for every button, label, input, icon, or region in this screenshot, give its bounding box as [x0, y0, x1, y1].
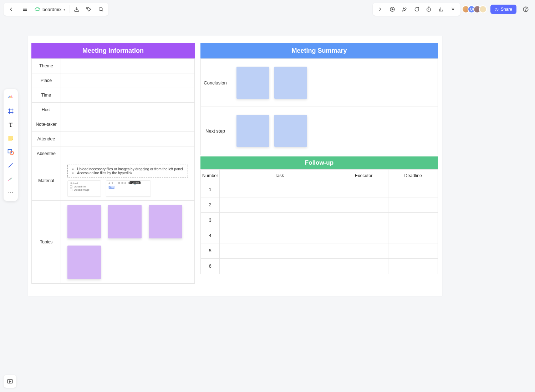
- meeting-summary-table[interactable]: Conclusion Next step: [200, 58, 438, 155]
- row-nextstep-body[interactable]: [230, 107, 438, 155]
- fu-number[interactable]: 1: [201, 182, 220, 197]
- fu-number[interactable]: 2: [201, 197, 220, 213]
- more-tools-button[interactable]: [447, 3, 457, 16]
- svg-point-4: [87, 8, 88, 9]
- fu-executor[interactable]: [339, 228, 388, 243]
- canvas[interactable]: Meeting Information Theme Place Time Hos…: [28, 36, 442, 296]
- material-hint: Access online files by the hyperlink: [77, 171, 184, 175]
- svg-line-6: [102, 10, 103, 11]
- row-conclusion-body[interactable]: [230, 59, 438, 107]
- fu-task[interactable]: [220, 243, 339, 259]
- play-button[interactable]: [386, 3, 398, 16]
- row-absentee-value[interactable]: [61, 146, 195, 161]
- row-attendee-label[interactable]: Attendee: [32, 132, 61, 146]
- sticky-note[interactable]: [236, 67, 269, 99]
- sticky-note[interactable]: [108, 205, 142, 238]
- sticky-note[interactable]: [274, 67, 307, 99]
- col-executor[interactable]: Executor: [339, 170, 388, 182]
- top-left-group: boardmix ▾: [4, 3, 108, 16]
- row-theme-label[interactable]: Theme: [32, 59, 61, 73]
- svg-point-9: [427, 7, 431, 11]
- row-host-label[interactable]: Host: [32, 103, 61, 117]
- followup-panel: Follow-up Number Task Executor Deadline …: [200, 156, 438, 274]
- row-host-value[interactable]: [61, 103, 195, 117]
- followup-header[interactable]: Follow-up: [200, 156, 438, 169]
- sticky-note[interactable]: [274, 115, 307, 147]
- fu-number[interactable]: 5: [201, 243, 220, 259]
- sticky-note[interactable]: [236, 115, 269, 147]
- row-conclusion-label[interactable]: Conclusion: [201, 59, 230, 107]
- shape-tool[interactable]: [5, 145, 16, 158]
- row-notetaker-label[interactable]: Note-taker: [32, 117, 61, 132]
- row-notetaker-value[interactable]: [61, 117, 195, 132]
- fu-task[interactable]: [220, 182, 339, 197]
- col-deadline[interactable]: Deadline: [388, 170, 438, 182]
- fu-task[interactable]: [220, 259, 339, 274]
- fu-task[interactable]: [220, 197, 339, 213]
- chevron-down-icon: ▾: [63, 7, 65, 11]
- meeting-summary-header[interactable]: Meeting Summary: [200, 43, 438, 58]
- fu-executor[interactable]: [339, 243, 388, 259]
- svg-marker-8: [392, 8, 393, 10]
- timer-button[interactable]: [423, 3, 435, 16]
- upload-panel-thumb[interactable]: Upload Upload file Upload Image: [67, 180, 101, 197]
- row-topics-value[interactable]: [61, 201, 195, 284]
- row-place-value[interactable]: [61, 73, 195, 88]
- row-material-value[interactable]: Upload necessary files or images by drag…: [61, 161, 195, 201]
- meeting-info-table[interactable]: Theme Place Time Host Note-taker Attende…: [31, 58, 195, 284]
- hyperlink-thumb[interactable]: Hyperlink AT☰☰B✎A🔗⊞ Next: [106, 180, 151, 197]
- fu-deadline[interactable]: [388, 182, 438, 197]
- row-nextstep-label[interactable]: Next step: [201, 107, 230, 155]
- fu-deadline[interactable]: [388, 197, 438, 213]
- text-tool[interactable]: [5, 118, 16, 131]
- expand-button[interactable]: [374, 3, 386, 16]
- brand-dropdown[interactable]: boardmix ▾: [31, 6, 69, 13]
- row-time-value[interactable]: [61, 88, 195, 103]
- col-task[interactable]: Task: [220, 170, 339, 182]
- svg-point-5: [99, 7, 102, 11]
- connector-tool[interactable]: [5, 159, 16, 172]
- sticky-note[interactable]: [67, 246, 101, 279]
- brand-name: boardmix: [42, 7, 61, 12]
- pen-tool[interactable]: [5, 172, 16, 185]
- comment-button[interactable]: [411, 3, 423, 16]
- fu-deadline[interactable]: [388, 243, 438, 259]
- meeting-info-header[interactable]: Meeting Information: [31, 43, 195, 58]
- row-place-label[interactable]: Place: [32, 73, 61, 88]
- followup-table[interactable]: Number Task Executor Deadline 1 2 3 4 5 …: [200, 169, 438, 274]
- tag-button[interactable]: [83, 3, 95, 16]
- sticky-note[interactable]: [149, 205, 182, 238]
- search-button[interactable]: [95, 3, 107, 16]
- row-topics-label[interactable]: Topics: [32, 201, 61, 284]
- fu-number[interactable]: 4: [201, 228, 220, 243]
- row-absentee-label[interactable]: Absentee: [32, 146, 61, 161]
- confetti-button[interactable]: [398, 3, 411, 16]
- frame-tool[interactable]: [5, 105, 16, 118]
- fu-executor[interactable]: [339, 182, 388, 197]
- fu-executor[interactable]: [339, 197, 388, 213]
- download-button[interactable]: [71, 3, 83, 16]
- chart-button[interactable]: [435, 3, 447, 16]
- fu-deadline[interactable]: [388, 213, 438, 228]
- material-hint-box[interactable]: Upload necessary files or images by drag…: [67, 165, 188, 177]
- fu-executor[interactable]: [339, 259, 388, 274]
- fu-number[interactable]: 6: [201, 259, 220, 274]
- sticky-note-tool[interactable]: [5, 132, 16, 145]
- fu-deadline[interactable]: [388, 228, 438, 243]
- row-attendee-value[interactable]: [61, 132, 195, 146]
- row-theme-value[interactable]: [61, 59, 195, 73]
- sticky-note[interactable]: [67, 205, 101, 238]
- back-button[interactable]: [5, 3, 17, 16]
- fu-executor[interactable]: [339, 213, 388, 228]
- fu-task[interactable]: [220, 228, 339, 243]
- fu-task[interactable]: [220, 213, 339, 228]
- col-number[interactable]: Number: [201, 170, 220, 182]
- row-time-label[interactable]: Time: [32, 88, 61, 103]
- left-toolbar: [4, 89, 18, 201]
- fu-deadline[interactable]: [388, 259, 438, 274]
- fu-number[interactable]: 3: [201, 213, 220, 228]
- templates-tool[interactable]: [5, 91, 16, 104]
- more-tool[interactable]: [5, 186, 16, 199]
- row-material-label[interactable]: Material: [32, 161, 61, 201]
- menu-button[interactable]: [19, 3, 31, 16]
